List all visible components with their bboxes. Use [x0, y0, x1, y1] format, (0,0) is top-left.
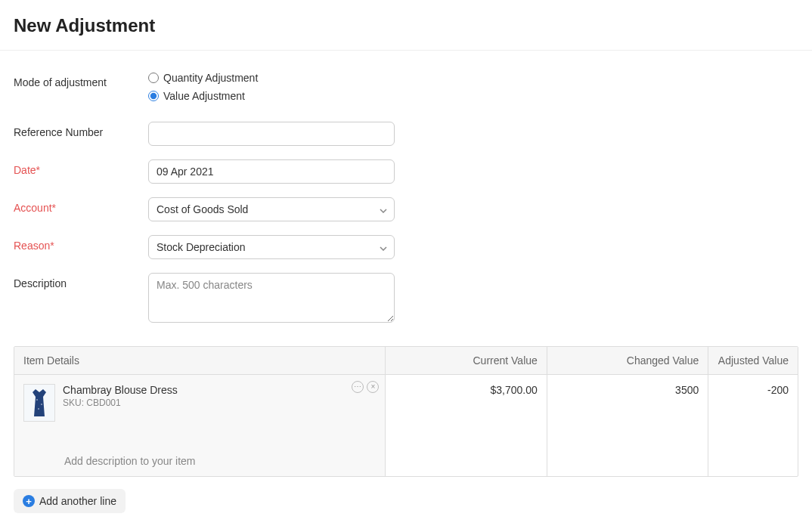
add-line-label: Add another line [39, 495, 116, 507]
close-icon[interactable]: × [367, 381, 379, 393]
table-row: ⋯ × Chambray Blouse Dress SKU: CBD [14, 375, 798, 477]
item-sku: SKU: CBD001 [63, 398, 376, 408]
date-row: Date* [14, 159, 798, 184]
row-actions: ⋯ × [352, 381, 379, 393]
svg-point-0 [36, 399, 38, 401]
col-changed-value: Changed Value [547, 347, 708, 375]
reason-select[interactable] [148, 235, 395, 259]
items-table-wrap: Item Details Current Value Changed Value… [14, 346, 798, 477]
description-textarea[interactable] [148, 273, 395, 323]
account-row: Account* [14, 197, 798, 221]
svg-point-1 [41, 404, 42, 405]
col-current-value: Current Value [386, 347, 547, 375]
radio-value[interactable]: Value Adjustment [148, 90, 395, 102]
radio-quantity-label: Quantity Adjustment [163, 72, 258, 84]
adjustment-form: Mode of adjustment Quantity Adjustment V… [0, 51, 812, 346]
account-select[interactable] [148, 197, 395, 221]
radio-value-label: Value Adjustment [163, 90, 245, 102]
page-header: New Adjustment [0, 0, 812, 51]
svg-point-2 [38, 408, 39, 410]
page-title: New Adjustment [14, 15, 798, 36]
item-name: Chambray Blouse Dress [63, 384, 376, 396]
changed-value-cell[interactable]: 3500 [547, 375, 708, 477]
date-label: Date* [14, 159, 148, 176]
radio-quantity-input[interactable] [148, 73, 159, 83]
reason-label: Reason* [14, 235, 148, 252]
item-thumbnail [23, 384, 55, 422]
add-line-button[interactable]: + Add another line [14, 489, 126, 513]
item-desc-placeholder[interactable]: Add description to your item [64, 422, 376, 467]
adjusted-value-cell: -200 [708, 375, 798, 477]
description-label: Description [14, 273, 148, 289]
reference-input[interactable] [148, 122, 395, 146]
more-icon[interactable]: ⋯ [352, 381, 364, 393]
items-table: Item Details Current Value Changed Value… [14, 347, 798, 476]
reason-row: Reason* [14, 235, 798, 259]
mode-label: Mode of adjustment [14, 72, 148, 88]
current-value-cell: $3,700.00 [386, 375, 547, 477]
radio-quantity[interactable]: Quantity Adjustment [148, 72, 395, 84]
plus-icon: + [23, 495, 35, 507]
account-label: Account* [14, 197, 148, 214]
col-adjusted-value: Adjusted Value [708, 347, 798, 375]
reference-label: Reference Number [14, 122, 148, 138]
item-details-cell[interactable]: ⋯ × Chambray Blouse Dress SKU: CBD [14, 375, 386, 477]
mode-radios: Quantity Adjustment Value Adjustment [148, 72, 395, 108]
date-input[interactable] [148, 159, 395, 184]
col-item-details: Item Details [14, 347, 386, 375]
reference-row: Reference Number [14, 122, 798, 146]
mode-row: Mode of adjustment Quantity Adjustment V… [14, 72, 798, 108]
description-row: Description [14, 273, 798, 325]
radio-value-input[interactable] [148, 91, 159, 101]
